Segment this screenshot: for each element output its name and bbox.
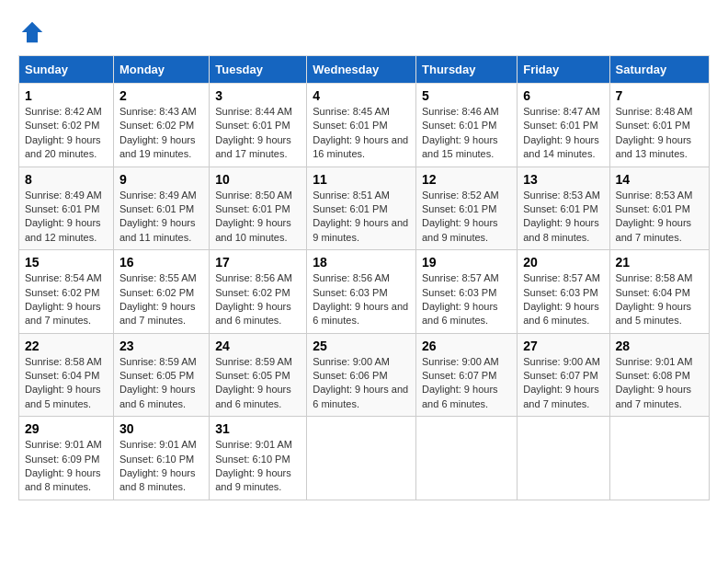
day-number: 9 — [119, 172, 203, 187]
calendar-cell: 21Sunrise: 8:58 AMSunset: 6:04 PMDayligh… — [609, 250, 709, 334]
day-number: 20 — [523, 255, 603, 270]
day-number: 2 — [119, 88, 203, 103]
col-header-wednesday: Wednesday — [307, 56, 416, 84]
calendar-cell: 13Sunrise: 8:53 AMSunset: 6:01 PMDayligh… — [518, 167, 609, 250]
day-info: Sunrise: 9:01 AMSunset: 6:10 PMDaylight:… — [215, 438, 301, 495]
day-number: 28 — [616, 339, 703, 353]
day-info: Sunrise: 9:00 AMSunset: 6:07 PMDaylight:… — [422, 355, 511, 412]
calendar-table: SundayMondayTuesdayWednesdayThursdayFrid… — [18, 55, 710, 500]
calendar-cell: 16Sunrise: 8:55 AMSunset: 6:02 PMDayligh… — [113, 250, 209, 334]
calendar-cell — [609, 417, 709, 500]
day-info: Sunrise: 8:56 AMSunset: 6:03 PMDaylight:… — [313, 271, 410, 328]
calendar-cell: 18Sunrise: 8:56 AMSunset: 6:03 PMDayligh… — [307, 250, 416, 334]
day-number: 14 — [616, 172, 703, 187]
day-info: Sunrise: 8:57 AMSunset: 6:03 PMDaylight:… — [523, 271, 603, 328]
day-number: 18 — [313, 255, 410, 270]
calendar-cell: 27Sunrise: 9:00 AMSunset: 6:07 PMDayligh… — [518, 333, 609, 417]
calendar-cell: 7Sunrise: 8:48 AMSunset: 6:01 PMDaylight… — [609, 84, 709, 167]
calendar-cell: 29Sunrise: 9:01 AMSunset: 6:09 PMDayligh… — [19, 417, 114, 500]
calendar-cell: 25Sunrise: 9:00 AMSunset: 6:06 PMDayligh… — [307, 333, 416, 417]
day-info: Sunrise: 8:58 AMSunset: 6:04 PMDaylight:… — [25, 355, 108, 412]
day-info: Sunrise: 8:48 AMSunset: 6:01 PMDaylight:… — [616, 105, 703, 162]
day-info: Sunrise: 8:45 AMSunset: 6:01 PMDaylight:… — [313, 105, 410, 162]
day-number: 16 — [119, 255, 203, 270]
calendar-cell: 1Sunrise: 8:42 AMSunset: 6:02 PMDaylight… — [19, 84, 114, 167]
calendar-cell: 5Sunrise: 8:46 AMSunset: 6:01 PMDaylight… — [416, 84, 518, 167]
calendar-cell — [518, 417, 609, 500]
week-row-5: 29Sunrise: 9:01 AMSunset: 6:09 PMDayligh… — [19, 417, 710, 500]
day-info: Sunrise: 8:56 AMSunset: 6:02 PMDaylight:… — [215, 271, 301, 328]
day-info: Sunrise: 9:00 AMSunset: 6:07 PMDaylight:… — [523, 355, 603, 412]
calendar-cell: 6Sunrise: 8:47 AMSunset: 6:01 PMDaylight… — [518, 84, 609, 167]
day-info: Sunrise: 8:57 AMSunset: 6:03 PMDaylight:… — [422, 271, 511, 328]
day-number: 30 — [119, 421, 203, 436]
day-number: 11 — [313, 172, 410, 187]
day-number: 4 — [313, 88, 410, 103]
day-info: Sunrise: 8:46 AMSunset: 6:01 PMDaylight:… — [422, 105, 511, 162]
calendar-cell: 31Sunrise: 9:01 AMSunset: 6:10 PMDayligh… — [210, 417, 307, 500]
week-row-2: 8Sunrise: 8:49 AMSunset: 6:01 PMDaylight… — [19, 167, 710, 250]
calendar-cell: 24Sunrise: 8:59 AMSunset: 6:05 PMDayligh… — [210, 333, 307, 417]
svg-marker-0 — [22, 22, 43, 43]
calendar-cell: 4Sunrise: 8:45 AMSunset: 6:01 PMDaylight… — [307, 84, 416, 167]
day-info: Sunrise: 9:01 AMSunset: 6:10 PMDaylight:… — [119, 438, 203, 495]
logo-icon — [18, 18, 46, 46]
calendar-cell — [416, 417, 518, 500]
day-number: 19 — [422, 255, 511, 270]
calendar-cell: 11Sunrise: 8:51 AMSunset: 6:01 PMDayligh… — [307, 167, 416, 250]
day-info: Sunrise: 8:54 AMSunset: 6:02 PMDaylight:… — [25, 271, 108, 328]
day-number: 27 — [523, 339, 603, 353]
day-number: 6 — [523, 88, 603, 103]
day-number: 24 — [215, 339, 301, 353]
col-header-monday: Monday — [113, 56, 209, 84]
calendar-header-row: SundayMondayTuesdayWednesdayThursdayFrid… — [19, 56, 710, 84]
calendar-cell: 26Sunrise: 9:00 AMSunset: 6:07 PMDayligh… — [416, 333, 518, 417]
day-number: 31 — [215, 421, 301, 436]
page-header — [18, 18, 710, 46]
week-row-4: 22Sunrise: 8:58 AMSunset: 6:04 PMDayligh… — [19, 333, 710, 417]
col-header-tuesday: Tuesday — [210, 56, 307, 84]
day-number: 23 — [119, 339, 203, 353]
calendar-cell: 2Sunrise: 8:43 AMSunset: 6:02 PMDaylight… — [113, 84, 209, 167]
day-info: Sunrise: 8:43 AMSunset: 6:02 PMDaylight:… — [119, 105, 203, 162]
calendar-cell: 22Sunrise: 8:58 AMSunset: 6:04 PMDayligh… — [19, 333, 114, 417]
day-info: Sunrise: 8:49 AMSunset: 6:01 PMDaylight:… — [25, 189, 108, 246]
calendar-cell — [307, 417, 416, 500]
day-info: Sunrise: 8:49 AMSunset: 6:01 PMDaylight:… — [119, 189, 203, 246]
col-header-friday: Friday — [518, 56, 609, 84]
day-info: Sunrise: 8:50 AMSunset: 6:01 PMDaylight:… — [215, 189, 301, 246]
day-number: 8 — [25, 172, 108, 187]
day-info: Sunrise: 9:01 AMSunset: 6:08 PMDaylight:… — [616, 355, 703, 412]
calendar-cell: 19Sunrise: 8:57 AMSunset: 6:03 PMDayligh… — [416, 250, 518, 334]
day-info: Sunrise: 9:00 AMSunset: 6:06 PMDaylight:… — [313, 355, 410, 412]
calendar-cell: 23Sunrise: 8:59 AMSunset: 6:05 PMDayligh… — [113, 333, 209, 417]
day-number: 13 — [523, 172, 603, 187]
day-info: Sunrise: 8:59 AMSunset: 6:05 PMDaylight:… — [119, 355, 203, 412]
day-info: Sunrise: 8:55 AMSunset: 6:02 PMDaylight:… — [119, 271, 203, 328]
day-number: 25 — [313, 339, 410, 353]
calendar-cell: 30Sunrise: 9:01 AMSunset: 6:10 PMDayligh… — [113, 417, 209, 500]
day-number: 29 — [25, 421, 108, 436]
day-number: 15 — [25, 255, 108, 270]
day-info: Sunrise: 8:47 AMSunset: 6:01 PMDaylight:… — [523, 105, 603, 162]
day-number: 10 — [215, 172, 301, 187]
day-info: Sunrise: 8:59 AMSunset: 6:05 PMDaylight:… — [215, 355, 301, 412]
col-header-sunday: Sunday — [19, 56, 114, 84]
day-number: 22 — [25, 339, 108, 353]
day-info: Sunrise: 9:01 AMSunset: 6:09 PMDaylight:… — [25, 438, 108, 495]
day-info: Sunrise: 8:42 AMSunset: 6:02 PMDaylight:… — [25, 105, 108, 162]
day-number: 3 — [215, 88, 301, 103]
calendar-cell: 17Sunrise: 8:56 AMSunset: 6:02 PMDayligh… — [210, 250, 307, 334]
week-row-1: 1Sunrise: 8:42 AMSunset: 6:02 PMDaylight… — [19, 84, 710, 167]
day-info: Sunrise: 8:51 AMSunset: 6:01 PMDaylight:… — [313, 189, 410, 246]
day-info: Sunrise: 8:44 AMSunset: 6:01 PMDaylight:… — [215, 105, 301, 162]
day-info: Sunrise: 8:58 AMSunset: 6:04 PMDaylight:… — [616, 271, 703, 328]
calendar-cell: 8Sunrise: 8:49 AMSunset: 6:01 PMDaylight… — [19, 167, 114, 250]
logo — [18, 18, 50, 46]
calendar-cell: 28Sunrise: 9:01 AMSunset: 6:08 PMDayligh… — [609, 333, 709, 417]
calendar-cell: 9Sunrise: 8:49 AMSunset: 6:01 PMDaylight… — [113, 167, 209, 250]
day-info: Sunrise: 8:53 AMSunset: 6:01 PMDaylight:… — [616, 189, 703, 246]
day-info: Sunrise: 8:52 AMSunset: 6:01 PMDaylight:… — [422, 189, 511, 246]
day-number: 1 — [25, 88, 108, 103]
day-number: 12 — [422, 172, 511, 187]
